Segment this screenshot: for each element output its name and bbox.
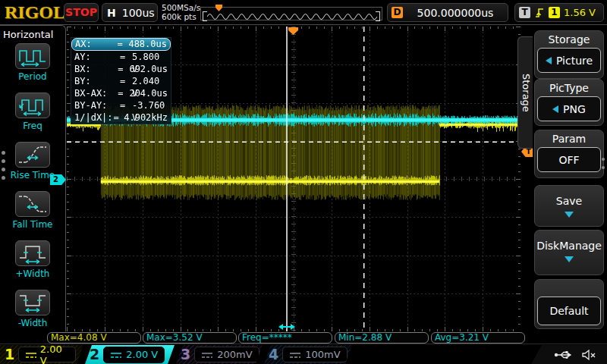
menu-item-param[interactable]: Param OFF <box>534 130 604 178</box>
cursor-label: BX: <box>74 63 118 75</box>
measurement-min[interactable]: Min=2.88 V <box>335 332 429 344</box>
page-indicator-dot <box>2 176 5 180</box>
page-indicator-dot <box>2 159 5 163</box>
page-indicator-dot <box>2 151 5 155</box>
menu-value: Picture <box>556 55 593 67</box>
trigger-box[interactable]: T 1 1.56 V <box>514 3 604 22</box>
equals-sign: = <box>118 63 129 75</box>
period-icon <box>17 46 48 67</box>
cursor-row-by-ay[interactable]: BY-AY: = -3.760 V <box>71 99 171 111</box>
measurement-avg[interactable]: Avg=3.21 V <box>431 332 525 344</box>
measurement-max-ch1[interactable]: Max=4.08 V <box>47 332 141 344</box>
channel-1-scale: 2.00 V <box>40 344 69 364</box>
cursor-value: 5.800 V <box>132 51 168 63</box>
save-button[interactable]: Save <box>535 195 603 207</box>
menu-label: PicType <box>535 82 603 94</box>
channel-4-block[interactable]: 4 100mV <box>264 345 352 364</box>
cursor-label: BY: <box>74 75 120 87</box>
cursor-row-bx-ax[interactable]: BX-AX: = 204.0us <box>71 87 171 99</box>
param-button[interactable]: OFF <box>537 147 601 172</box>
cursor-label: 1/|dX|: <box>74 111 113 124</box>
option-left-arrow-icon <box>552 105 558 113</box>
page-indicator-dot <box>602 166 605 169</box>
sidebar-item-minus-width[interactable]: -Width <box>0 290 65 328</box>
left-menu-title: Horizontal <box>3 29 53 40</box>
speaker-muted-icon[interactable] <box>581 349 596 361</box>
dc-coupling-icon <box>25 351 36 359</box>
sidebar-item-freq[interactable]: Freq <box>0 93 65 131</box>
memory-depth: 600k pts <box>162 12 200 21</box>
fall-time-icon <box>17 193 48 215</box>
cursor-label: BY-AY: <box>74 99 120 111</box>
dc-coupling-icon <box>289 351 301 359</box>
channel-2-block[interactable]: 2 2.00 V <box>85 345 175 364</box>
period-button[interactable] <box>15 43 50 69</box>
trigger-source-badge: 1 <box>549 7 560 18</box>
run-stop-status[interactable]: STOP <box>64 3 99 22</box>
fall-time-button[interactable] <box>15 191 50 217</box>
cursor-value: -3.760 V <box>132 99 168 111</box>
delay-value: 500.000000us <box>403 7 508 19</box>
cursor-value: 204.0us <box>129 87 168 99</box>
system-status-box <box>531 345 607 364</box>
cursor-label: BX-AX: <box>74 87 118 99</box>
rise-time-icon <box>17 144 48 165</box>
cursor-value: 488.0us <box>128 39 167 50</box>
cursor-label: AY: <box>74 51 120 63</box>
cursor-row-inv-dx[interactable]: 1/|dX|: = 4.902kHz <box>71 111 171 124</box>
channel-2-number: 2 <box>90 345 99 364</box>
dc-coupling-icon <box>201 351 213 359</box>
right-menu: Storage Picture PicType PNG Param OFF Sa… <box>533 27 605 331</box>
cursor-row-bx[interactable]: BX: = 692.0us <box>71 63 171 75</box>
waveform-preview-bar[interactable] <box>200 5 382 21</box>
delay-badge-icon: D <box>392 7 403 18</box>
sidebar-item-fall-time[interactable]: Fall Time <box>0 191 65 230</box>
minus-width-label: -Width <box>0 318 65 328</box>
freq-label: Freq <box>0 121 65 131</box>
delay-box[interactable]: D 500.000000us <box>387 3 508 22</box>
menu-item-storage-type[interactable]: Storage Picture <box>534 30 604 79</box>
trigger-level-value: 1.56 V <box>564 7 596 18</box>
channel-3-scale: 200mV <box>217 349 252 360</box>
trigger-badge-icon: T <box>519 7 530 18</box>
sidebar-item-plus-width[interactable]: +Width <box>0 240 65 279</box>
horizontal-scale-box[interactable]: H100us <box>102 3 158 22</box>
fall-time-label: Fall Time <box>0 219 65 230</box>
channel-1-block[interactable]: 1 2.00 V <box>0 345 83 364</box>
cursor-row-by[interactable]: BY: = 2.040 V <box>71 75 171 87</box>
sample-rate: 500MSa/s <box>162 3 200 12</box>
preview-frame <box>200 7 382 20</box>
period-label: Period <box>0 71 65 82</box>
freq-button[interactable] <box>15 93 50 118</box>
minus-width-button[interactable] <box>15 290 50 315</box>
preview-waveform-icon <box>207 14 377 20</box>
cursor-row-ax[interactable]: AX: = 488.0us <box>71 38 171 51</box>
menu-item-diskmanage[interactable]: DiskManage <box>534 230 604 275</box>
channel-3-number: 3 <box>181 345 190 364</box>
storage-tab[interactable]: Storage <box>517 36 533 149</box>
cursor-value: 4.902kHz <box>124 111 168 124</box>
equals-sign: = <box>118 87 129 99</box>
plus-width-button[interactable] <box>15 240 50 266</box>
channel-4-scale: 100mV <box>305 349 340 360</box>
diskmanage-button[interactable]: DiskManage <box>535 240 603 252</box>
pictype-button[interactable]: PNG <box>537 96 601 121</box>
equals-sign: = <box>120 75 132 87</box>
storage-type-button[interactable]: Picture <box>537 48 601 73</box>
rising-edge-icon <box>534 7 545 18</box>
rise-time-button[interactable] <box>15 142 50 168</box>
usb-icon[interactable] <box>554 350 574 360</box>
channel-3-block[interactable]: 3 200mV <box>176 345 263 364</box>
menu-item-pictype[interactable]: PicType PNG <box>534 79 604 126</box>
measurement-freq[interactable]: Freq=***** <box>238 332 332 344</box>
cursor-row-ay[interactable]: AY: = 5.800 V <box>71 51 171 63</box>
cursor-measurement-box: AX: = 488.0us AY: = 5.800 V BX: = 692.0u… <box>71 37 171 124</box>
menu-item-save[interactable]: Save <box>534 185 604 227</box>
default-button[interactable]: Default <box>537 297 601 325</box>
equals-sign: = <box>120 99 132 111</box>
sidebar-item-period[interactable]: Period <box>0 43 65 82</box>
menu-item-default[interactable]: Default <box>534 279 604 329</box>
measurement-max-ch2[interactable]: Max=3.52 V <box>143 332 237 344</box>
channel-status-bar: 1 2.00 V 2 2.00 V 3 <box>0 344 607 364</box>
menu-value: PNG <box>563 103 586 115</box>
